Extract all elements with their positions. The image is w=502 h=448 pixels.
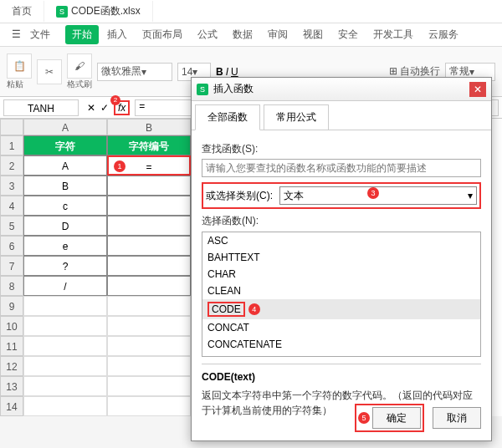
function-item[interactable]: CODE4 — [202, 299, 480, 319]
cell[interactable]: A — [23, 155, 107, 176]
dialog-title: 插入函数 — [213, 82, 254, 96]
cell[interactable] — [23, 376, 107, 396]
marker-5: 5 — [358, 412, 370, 424]
menu-cloud[interactable]: 云服务 — [422, 25, 465, 44]
cell[interactable]: 字符 — [23, 135, 107, 155]
menu-view[interactable]: 视图 — [296, 25, 330, 44]
menu-data[interactable]: 数据 — [226, 25, 259, 44]
row-header[interactable]: 1 — [0, 135, 23, 155]
cut-button[interactable]: ✂ — [37, 59, 62, 84]
paste-button[interactable]: 📋 — [7, 53, 32, 79]
tab-document[interactable]: S CODE函数.xlsx — [44, 1, 153, 22]
cancel-button[interactable]: 取消 — [433, 407, 481, 429]
function-list[interactable]: ASCBAHTTEXTCHARCLEANCODE4CONCATCONCATENA… — [202, 232, 481, 357]
function-item[interactable]: BAHTTEXT — [202, 249, 480, 266]
cell[interactable] — [107, 216, 191, 236]
search-input[interactable] — [202, 159, 481, 177]
cell[interactable] — [23, 316, 107, 336]
cell[interactable] — [107, 196, 191, 216]
cell[interactable] — [107, 256, 191, 276]
marker-3: 3 — [367, 187, 379, 199]
row-header[interactable]: 9 — [0, 296, 23, 316]
row-header[interactable]: 11 — [0, 336, 23, 356]
underline-button[interactable]: U — [231, 66, 238, 78]
row-header[interactable]: 7 — [0, 256, 23, 276]
row-header[interactable]: 12 — [0, 356, 23, 376]
cell[interactable] — [107, 296, 191, 316]
menu-review[interactable]: 审阅 — [261, 25, 295, 44]
menu-start[interactable]: 开始 — [65, 25, 99, 44]
row-header[interactable]: 10 — [0, 316, 23, 336]
cell[interactable] — [107, 316, 191, 336]
col-header[interactable]: B — [107, 119, 191, 135]
function-signature: CODE(text) — [202, 371, 255, 383]
spreadsheet-icon: S — [56, 6, 68, 18]
tab-all-functions[interactable]: 全部函数 — [195, 104, 260, 130]
format-painter-button[interactable]: 🖌 — [67, 53, 92, 79]
row-header[interactable]: 14 — [0, 396, 23, 416]
bold-button[interactable]: B — [216, 66, 223, 78]
cell[interactable]: D — [23, 216, 107, 236]
category-label: 或选择类别(C): — [206, 189, 273, 203]
cell[interactable] — [107, 176, 191, 196]
cell[interactable] — [107, 396, 191, 416]
doc-name: CODE函数.xlsx — [71, 4, 141, 18]
function-item[interactable]: CHAR — [202, 266, 480, 283]
row-header[interactable]: 3 — [0, 176, 23, 196]
function-item[interactable]: CONCAT — [202, 319, 480, 336]
fmt-label: 格式刷 — [67, 79, 92, 90]
cell[interactable]: e — [23, 236, 107, 256]
cancel-formula-icon[interactable]: ✕ — [87, 102, 95, 114]
cell[interactable]: c — [23, 196, 107, 216]
menu-formula[interactable]: 公式 — [191, 25, 224, 44]
cell[interactable]: / — [23, 276, 107, 296]
name-box[interactable]: TANH — [3, 99, 79, 116]
marker-4: 4 — [248, 303, 260, 315]
function-item[interactable]: CONCATENATE — [202, 336, 480, 353]
cell[interactable] — [23, 396, 107, 416]
function-item[interactable]: DOLLAR — [202, 353, 480, 357]
marker-2: 2 — [110, 95, 120, 105]
cell[interactable] — [23, 336, 107, 356]
row-header[interactable]: 4 — [0, 196, 23, 216]
function-list-label: 选择函数(N): — [202, 214, 481, 228]
cell[interactable] — [23, 356, 107, 376]
insert-function-button[interactable]: 2 fx — [114, 100, 130, 115]
cell[interactable]: B — [23, 176, 107, 196]
paste-label: 粘贴 — [7, 79, 32, 90]
cell[interactable] — [107, 236, 191, 256]
italic-button[interactable]: I — [226, 66, 228, 78]
row-header[interactable]: 2 — [0, 155, 23, 176]
function-item[interactable]: CLEAN — [202, 283, 480, 299]
cell[interactable]: 字符编号 — [107, 135, 191, 155]
col-header[interactable]: A — [23, 119, 107, 135]
row-header[interactable]: 6 — [0, 236, 23, 256]
font-combo[interactable]: 微软雅黑 ▾ — [97, 63, 172, 81]
cell[interactable]: ? — [23, 256, 107, 276]
marker-1: 1 — [114, 160, 126, 172]
menu-dev[interactable]: 开发工具 — [366, 25, 420, 44]
select-all-corner[interactable] — [0, 119, 23, 135]
accept-formula-icon[interactable]: ✓ — [100, 102, 109, 114]
row-header[interactable]: 13 — [0, 376, 23, 396]
search-label: 查找函数(S): — [202, 142, 481, 156]
menu-insert[interactable]: 插入 — [100, 25, 134, 44]
function-item[interactable]: ASC — [202, 232, 480, 249]
cell[interactable]: 1= — [107, 155, 191, 176]
cell[interactable] — [107, 276, 191, 296]
row-header[interactable]: 8 — [0, 276, 23, 296]
ok-button[interactable]: 确定 — [372, 407, 421, 429]
menu-security[interactable]: 安全 — [331, 25, 365, 44]
cell[interactable] — [107, 336, 191, 356]
row-header[interactable]: 5 — [0, 216, 23, 236]
chevron-down-icon: ▾ — [468, 190, 473, 201]
tab-home[interactable]: 首页 — [0, 1, 44, 22]
close-icon[interactable]: ✕ — [469, 82, 486, 97]
cell[interactable] — [107, 356, 191, 376]
tab-common-formulas[interactable]: 常用公式 — [264, 104, 329, 130]
menu-layout[interactable]: 页面布局 — [136, 25, 189, 44]
spreadsheet-icon: S — [197, 84, 208, 95]
cell[interactable] — [107, 376, 191, 396]
menu-file[interactable]: ☰ 文件 — [5, 25, 64, 44]
cell[interactable] — [23, 296, 107, 316]
